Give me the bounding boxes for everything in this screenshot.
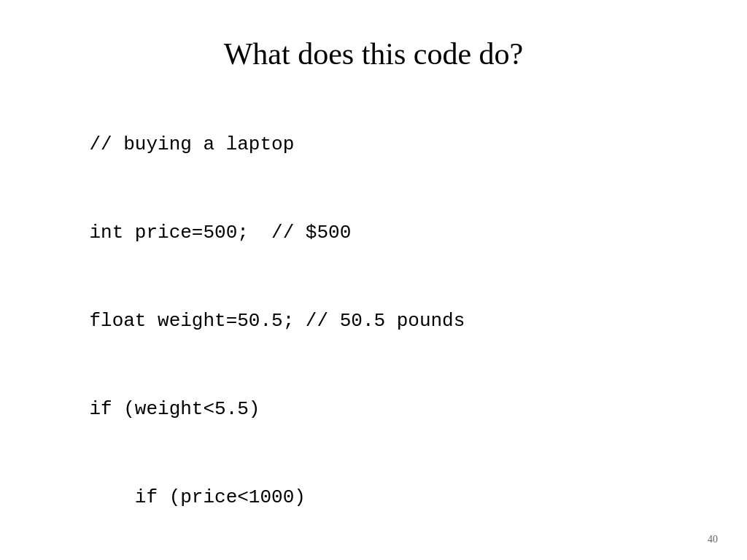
code-block: // buying a laptop int price=500; // $50… xyxy=(44,101,703,560)
code-line-4: if (weight<5.5) xyxy=(89,398,260,420)
code-line-3: float weight=50.5; // 50.5 pounds xyxy=(89,310,465,332)
code-line-2: int price=500; // $500 xyxy=(89,222,351,244)
page-number: 40 xyxy=(708,534,718,545)
code-line-5: if (price<1000) xyxy=(89,486,305,508)
slide: What does this code do? // buying a lapt… xyxy=(0,0,747,560)
slide-title: What does this code do? xyxy=(44,36,703,71)
code-line-1: // buying a laptop xyxy=(89,133,294,155)
